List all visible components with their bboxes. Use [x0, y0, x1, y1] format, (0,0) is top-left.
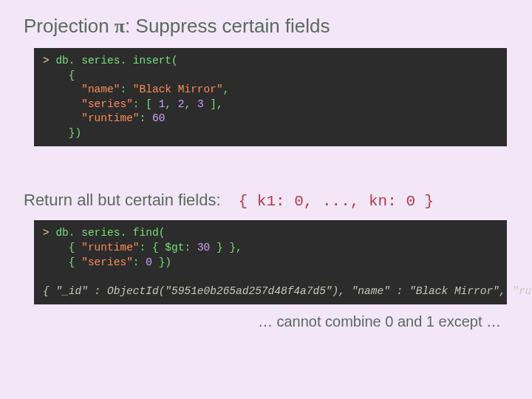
code-line: { [43, 69, 75, 81]
footnote: … cannot combine 0 and 1 except … [24, 313, 501, 330]
code-str: "name" [81, 83, 120, 95]
syntax-pattern: { k1: 0, ..., kn: 0 } [239, 193, 434, 210]
code-block-find: > db. series. find( { "runtime": { $gt: … [34, 220, 507, 304]
code-line [43, 98, 81, 110]
code-num: 3 [197, 98, 204, 110]
title-post: : Suppress certain fields [125, 15, 330, 37]
code-line: : [133, 256, 146, 268]
code-num: 60 [152, 112, 165, 124]
code-line: : { $gt: [140, 242, 197, 253]
code-str: "series" [81, 98, 133, 110]
code-line: { [43, 256, 81, 268]
title-pre: Projection [24, 15, 115, 37]
code-num: 30 [197, 242, 210, 253]
code-line: }) [43, 127, 81, 139]
code-str: "runtime" [81, 242, 139, 253]
code-line: }) [152, 256, 171, 268]
code-str: "Black Mirror" [133, 83, 223, 95]
code-str: "runtime" [81, 112, 139, 124]
prompt: > [43, 227, 50, 239]
code-block-insert: > db. series. insert( { "name": "Black M… [34, 48, 507, 146]
code-line: } }, [210, 242, 242, 253]
code-line [43, 112, 81, 124]
prompt: > [43, 55, 50, 66]
code-line: db. series. insert( [50, 55, 178, 66]
code-line: , [223, 83, 230, 95]
code-num: 0 [146, 256, 152, 268]
pi-symbol: π [115, 16, 125, 37]
code-line: , [165, 98, 177, 110]
code-line: , [184, 98, 197, 110]
code-line: : [ [133, 98, 159, 110]
output-line: { "_id" : ObjectId("5951e0b265ad257d48f4… [43, 285, 532, 297]
code-line [43, 83, 81, 95]
slide-title: Projection π: Suppress certain fields [24, 15, 508, 38]
subheading-row: Return all but certain fields: { k1: 0, … [24, 191, 508, 210]
code-line: : [140, 112, 152, 124]
code-line: : [120, 83, 132, 95]
code-str: "series" [81, 256, 133, 268]
subheading: Return all but certain fields: [24, 191, 221, 210]
code-line: { [43, 242, 81, 253]
code-line: ], [204, 98, 223, 110]
code-line: db. series. find( [50, 227, 166, 239]
